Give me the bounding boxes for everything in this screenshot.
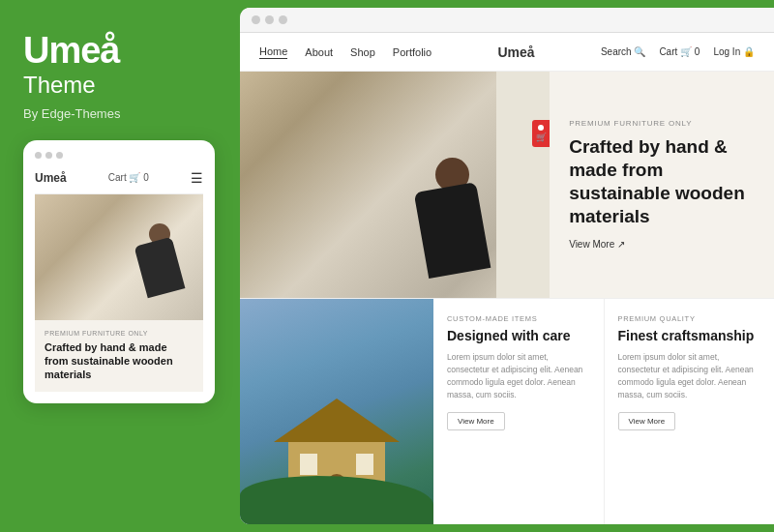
mobile-dot-3 bbox=[56, 152, 63, 159]
red-side-badge: 🛒 bbox=[532, 120, 550, 147]
nav-login[interactable]: Log In 🔒 bbox=[713, 46, 755, 57]
mobile-title: Crafted by hand & made from sustainable … bbox=[45, 340, 194, 382]
card-2-tag: PREMIUM QUALITY bbox=[618, 314, 761, 323]
browser-dot-2 bbox=[265, 15, 274, 24]
nav-links: Home About Shop Portfolio bbox=[259, 45, 432, 59]
desktop-content: Home About Shop Portfolio Umeå Search 🔍 … bbox=[240, 33, 774, 524]
house-roof bbox=[274, 399, 400, 442]
mobile-hero-image bbox=[35, 194, 203, 320]
mobile-person-figure bbox=[135, 223, 184, 310]
nav-portfolio[interactable]: Portfolio bbox=[393, 46, 432, 58]
house-window-right bbox=[356, 454, 373, 475]
card-2-text: Lorem ipsum dolor sit amet, consectetur … bbox=[618, 351, 761, 400]
bottom-cards: CUSTOM-MADE ITEMS Designed with care Lor… bbox=[433, 299, 774, 525]
mobile-browser-dots bbox=[35, 152, 203, 159]
badge-cart-icon: 🛒 bbox=[536, 133, 547, 142]
desktop-brand: Umeå bbox=[432, 44, 601, 60]
brand-title: Umeå bbox=[23, 31, 209, 72]
browser-dot-3 bbox=[279, 15, 287, 24]
desktop-hero: 🛒 PREMIUM FURNITURE ONLY Crafted by hand… bbox=[240, 72, 774, 298]
mobile-brand: Umeå bbox=[35, 171, 67, 185]
nav-shop[interactable]: Shop bbox=[350, 46, 375, 58]
desktop-bottom: CUSTOM-MADE ITEMS Designed with care Lor… bbox=[240, 298, 774, 525]
mobile-caption: PREMIUM FURNITURE ONLY Crafted by hand &… bbox=[35, 320, 203, 392]
desktop-nav: Home About Shop Portfolio Umeå Search 🔍 … bbox=[240, 33, 774, 72]
hero-title: Crafted by hand & made from sustainable … bbox=[569, 135, 755, 227]
brand-subtitle: Theme bbox=[23, 72, 209, 99]
mobile-menu-icon[interactable]: ☰ bbox=[191, 170, 203, 186]
house-window-left bbox=[300, 454, 317, 475]
card-1-tag: CUSTOM-MADE ITEMS bbox=[447, 314, 590, 323]
nav-cart[interactable]: Cart 🛒 0 bbox=[659, 46, 700, 57]
nav-right: Search 🔍 Cart 🛒 0 Log In 🔒 bbox=[601, 46, 755, 57]
hero-tag: PREMIUM FURNITURE ONLY bbox=[569, 119, 755, 128]
hero-view-more[interactable]: View More ↗ bbox=[569, 239, 755, 250]
browser-dot-1 bbox=[252, 15, 260, 24]
nav-about[interactable]: About bbox=[305, 46, 333, 58]
desktop-mockup: Home About Shop Portfolio Umeå Search 🔍 … bbox=[240, 8, 774, 524]
mobile-dot-2 bbox=[45, 152, 52, 159]
card-1-text: Lorem ipsum dolor sit amet, consectetur … bbox=[447, 351, 590, 400]
hero-person-figure bbox=[414, 143, 491, 298]
mobile-dot-1 bbox=[35, 152, 42, 159]
hero-window bbox=[496, 72, 550, 298]
mobile-nav-bar: Umeå Cart 🛒 0 ☰ bbox=[35, 166, 203, 194]
badge-dot bbox=[538, 125, 544, 131]
hero-caption: PREMIUM FURNITURE ONLY Crafted by hand &… bbox=[550, 72, 774, 298]
hero-person-body bbox=[414, 182, 491, 279]
hero-image: 🛒 bbox=[240, 72, 550, 298]
mobile-tag: PREMIUM FURNITURE ONLY bbox=[45, 330, 194, 337]
left-panel: Umeå Theme By Edge-Themes Umeå Cart 🛒 0 … bbox=[0, 0, 232, 532]
mobile-mockup: Umeå Cart 🛒 0 ☰ PREMIUM FURNITURE ONLY C… bbox=[23, 140, 215, 403]
card-2-title: Finest craftsmanship bbox=[618, 328, 761, 344]
bottom-image bbox=[240, 299, 433, 525]
browser-bar bbox=[240, 8, 774, 33]
card-1-button[interactable]: View More bbox=[447, 412, 505, 430]
card-1-title: Designed with care bbox=[447, 328, 590, 344]
brand-by: By Edge-Themes bbox=[23, 106, 209, 121]
nav-search[interactable]: Search 🔍 bbox=[601, 46, 645, 57]
card-craftsmanship: PREMIUM QUALITY Finest craftsmanship Lor… bbox=[605, 299, 775, 525]
mobile-cart[interactable]: Cart 🛒 0 bbox=[108, 172, 149, 183]
mobile-person-body bbox=[134, 237, 186, 298]
card-2-button[interactable]: View More bbox=[618, 412, 676, 430]
card-designed: CUSTOM-MADE ITEMS Designed with care Lor… bbox=[433, 299, 605, 525]
nav-home[interactable]: Home bbox=[259, 45, 287, 59]
